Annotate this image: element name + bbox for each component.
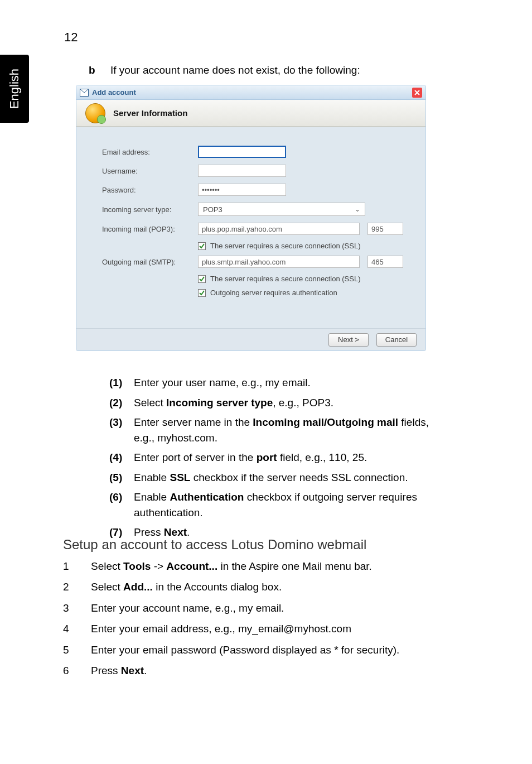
list-item: (5)Enable SSL checkbox if the server nee… (109, 470, 433, 486)
incoming-type-select[interactable]: POP3 ⌄ (198, 203, 365, 216)
list-item: (6)Enable Authentication checkbox if out… (109, 489, 433, 520)
username-field[interactable] (198, 165, 286, 177)
list-item: 2Select Add... in the Accounts dialog bo… (63, 579, 448, 595)
step-text: Enable Authentication checkbox if outgoi… (134, 489, 433, 520)
email-field[interactable] (198, 146, 286, 158)
step-number: (3) (109, 415, 134, 445)
page-number: 12 (64, 30, 78, 45)
intro-line: b If your account name does not exist, d… (89, 64, 360, 76)
section-heading: Setup an account to access Lotus Domino … (63, 537, 366, 552)
step-text: Enter port of server in the port field, … (134, 450, 367, 465)
label-incoming-mail: Incoming mail (POP3): (102, 225, 198, 233)
outer-steps-list: 1Select Tools -> Account... in the Aspir… (63, 558, 448, 684)
step-text: Enter server name in the Incoming mail/O… (134, 415, 433, 445)
step-text: Select Add... in the Accounts dialog box… (91, 579, 282, 595)
form-area: Email address: Username: Password: Incom… (76, 127, 425, 328)
language-tab: English (0, 55, 29, 123)
checkbox-icon (198, 289, 206, 297)
intro-text: If your account name does not exist, do … (110, 64, 360, 76)
list-item: (4)Enter port of server in the port fiel… (109, 450, 433, 465)
incoming-ssl-checkbox[interactable]: The server requires a secure connection … (198, 242, 409, 250)
close-icon[interactable] (412, 88, 422, 98)
step-text: Press Next. (91, 662, 147, 679)
checkbox-icon (198, 275, 206, 283)
section-title: Server Information (113, 108, 187, 118)
incoming-mail-host-field[interactable] (198, 223, 360, 235)
incoming-ssl-label: The server requires a secure connection … (210, 242, 361, 250)
label-outgoing-mail: Outgoing mail (SMTP): (102, 258, 198, 266)
button-bar: Next > Cancel (76, 328, 425, 350)
cancel-button[interactable]: Cancel (376, 333, 417, 347)
list-item: 4Enter your email address, e.g., my_emai… (63, 621, 448, 637)
step-number: (6) (109, 489, 134, 520)
outgoing-ssl-label: The server requires a secure connection … (210, 275, 361, 283)
intro-marker: b (89, 64, 95, 76)
step-text: Select Tools -> Account... in the Aspire… (91, 558, 372, 574)
list-item: 1Select Tools -> Account... in the Aspir… (63, 558, 448, 574)
step-number: 4 (63, 621, 91, 637)
list-item: (3)Enter server name in the Incoming mai… (109, 415, 433, 445)
list-item: 6Press Next. (63, 662, 448, 679)
step-text: Enter your user name, e.g., my email. (134, 375, 311, 391)
step-number: 3 (63, 600, 91, 616)
add-account-dialog: Add account Server Information Email add… (76, 85, 426, 351)
account-icon (85, 103, 105, 123)
label-incoming-type: Incoming server type: (102, 205, 198, 214)
step-number: (4) (109, 450, 134, 465)
step-text: Enter your account name, e.g., my email. (91, 600, 284, 616)
label-username: Username: (102, 167, 198, 175)
list-item: 5Enter your email password (Password dis… (63, 642, 448, 658)
mail-icon (80, 89, 89, 97)
list-item: 3Enter your account name, e.g., my email… (63, 600, 448, 616)
outgoing-mail-host-field[interactable] (198, 256, 360, 268)
dialog-title: Add account (92, 88, 136, 97)
list-item: (1)Enter your user name, e.g., my email. (109, 375, 433, 391)
step-number: 2 (63, 579, 91, 595)
language-label: English (7, 69, 22, 109)
step-number: (1) (109, 375, 134, 391)
incoming-mail-port-field[interactable] (367, 223, 403, 235)
outgoing-auth-label: Outgoing server requires authentication (210, 289, 337, 297)
step-number: 1 (63, 558, 91, 574)
step-text: Enter your email address, e.g., my_email… (91, 621, 351, 637)
outgoing-auth-checkbox[interactable]: Outgoing server requires authentication (198, 289, 409, 297)
label-email: Email address: (102, 148, 198, 156)
password-field[interactable] (198, 184, 286, 196)
next-button[interactable]: Next > (328, 333, 369, 347)
checkbox-icon (198, 242, 206, 250)
incoming-type-value: POP3 (203, 205, 223, 214)
step-number: (5) (109, 470, 134, 486)
list-item: (2)Select Incoming server type, e.g., PO… (109, 395, 433, 411)
step-text: Enter your email password (Password disp… (91, 642, 399, 658)
step-number: (2) (109, 395, 134, 411)
label-password: Password: (102, 186, 198, 194)
section-banner: Server Information (76, 100, 425, 127)
step-text: Enable SSL checkbox if the server needs … (134, 470, 408, 486)
chevron-down-icon: ⌄ (355, 205, 360, 213)
step-number: 5 (63, 642, 91, 658)
outgoing-ssl-checkbox[interactable]: The server requires a secure connection … (198, 275, 409, 283)
inner-steps-list: (1)Enter your user name, e.g., my email.… (109, 375, 433, 545)
step-text: Select Incoming server type, e.g., POP3. (134, 395, 333, 411)
step-number: 6 (63, 662, 91, 679)
titlebar: Add account (76, 85, 425, 100)
outgoing-mail-port-field[interactable] (367, 256, 403, 268)
